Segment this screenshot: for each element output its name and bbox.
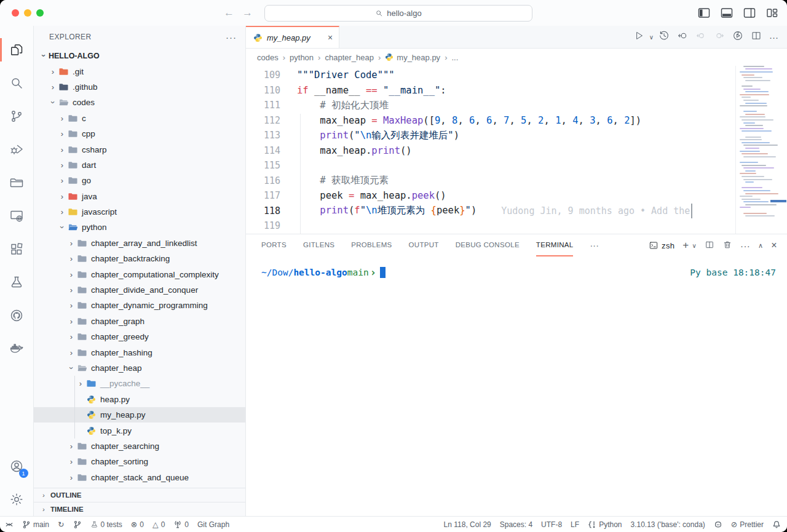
explorer-actions-icon[interactable]: ··· <box>226 32 237 42</box>
tree-item-go[interactable]: ›go <box>34 173 245 188</box>
tree-item-chapter-greedy[interactable]: ›chapter_greedy <box>34 329 245 344</box>
panel-tab-output[interactable]: OUTPUT <box>409 234 439 256</box>
next-change-icon[interactable] <box>714 30 725 44</box>
status-sync-icon[interactable]: ↻ <box>58 520 64 529</box>
tree-item-c[interactable]: ›c <box>34 111 245 126</box>
command-center-search[interactable]: hello-algo <box>264 5 532 22</box>
tree-item-chapter-array-and-linkedlist[interactable]: ›chapter_array_and_linkedlist <box>34 236 245 251</box>
activity-remote-explorer-icon[interactable] <box>0 199 34 232</box>
tree-item-java[interactable]: ›java <box>34 189 245 204</box>
breadcrumb-item[interactable]: chapter_heap <box>325 53 374 62</box>
new-terminal-icon[interactable]: + <box>682 239 689 252</box>
chevron-down-icon[interactable]: ∨ <box>649 34 654 41</box>
tree-item-python[interactable]: ›python <box>34 220 245 235</box>
tree-item-codes[interactable]: ›codes <box>34 95 245 110</box>
panel-tab-terminal[interactable]: TERMINAL <box>536 234 574 256</box>
panel-tab-gitlens[interactable]: GITLENS <box>303 234 334 256</box>
status-utf-8[interactable]: UTF-8 <box>541 520 562 529</box>
tree-item-chapter-stack-and-queue[interactable]: ›chapter_stack_and_queue <box>34 470 245 485</box>
status-ln-118-col-29[interactable]: Ln 118, Col 29 <box>444 520 491 529</box>
tree-item-chapter-sorting[interactable]: ›chapter_sorting <box>34 454 245 469</box>
layout-customize-icon[interactable] <box>766 7 778 18</box>
tree-item-chapter-divide-and-conquer[interactable]: ›chapter_divide_and_conquer <box>34 282 245 298</box>
tree-item-javascript[interactable]: ›javascript <box>34 204 245 220</box>
zoom-window-button[interactable] <box>36 9 44 17</box>
tree-item--git[interactable]: ›.git <box>34 63 245 79</box>
status-git-graph-branch-icon[interactable] <box>73 520 82 529</box>
activity-explorer-icon[interactable] <box>0 33 34 66</box>
tree-item-chapter-computational-complexity[interactable]: ›chapter_computational_complexity <box>34 266 245 282</box>
status-spaces-4[interactable]: Spaces: 4 <box>500 520 532 529</box>
close-panel-icon[interactable]: × <box>771 240 777 251</box>
status-3-10-13-base-conda-[interactable]: 3.10.13 ('base': conda) <box>630 520 705 529</box>
status-0[interactable]: △0 <box>152 520 165 529</box>
run-interactive-icon[interactable] <box>732 30 743 44</box>
status-bell-icon[interactable] <box>772 520 781 529</box>
panel-tab-ports[interactable]: PORTS <box>261 234 287 256</box>
tree-item-hello-algo[interactable]: ›HELLO-ALGO <box>34 48 245 63</box>
navigate-forward-icon[interactable]: → <box>242 7 253 19</box>
status-lf[interactable]: LF <box>571 520 579 529</box>
status-0[interactable]: 0 <box>173 520 189 529</box>
activity-settings-gear-icon[interactable] <box>0 483 34 516</box>
tree-item-chapter-graph[interactable]: ›chapter_graph <box>34 314 245 329</box>
minimize-window-button[interactable] <box>24 9 31 17</box>
status-0[interactable]: ⊗0 <box>131 520 144 529</box>
activity-run-debug-icon[interactable] <box>0 133 34 166</box>
layout-panel-icon[interactable] <box>721 7 733 18</box>
activity-extensions-icon[interactable] <box>0 232 34 266</box>
open-changes-icon[interactable] <box>677 30 688 44</box>
tree-item--pycache-[interactable]: ›__pycache__ <box>34 376 245 391</box>
status-remote-icon[interactable] <box>5 520 14 529</box>
activity-github-icon[interactable] <box>0 299 34 332</box>
status-git-graph[interactable]: Git Graph <box>197 520 229 529</box>
activity-source-control-icon[interactable] <box>0 100 34 133</box>
code-editor[interactable]: 109"""Driver Code"""110if __name__ == "_… <box>246 66 787 234</box>
terminal[interactable]: ~/Dow/hello-algo main › Py base 18:18:47 <box>246 256 787 516</box>
tree-item-chapter-hashing[interactable]: ›chapter_hashing <box>34 344 245 360</box>
terminal-dropdown-icon[interactable]: ∨ <box>692 242 697 249</box>
tree-item-csharp[interactable]: ›csharp <box>34 141 245 157</box>
terminal-instance-zsh[interactable]: zsh <box>649 240 674 250</box>
status-0-tests[interactable]: 0 tests <box>90 520 122 529</box>
layout-sidebar-right-icon[interactable] <box>743 7 756 18</box>
tree-item--github[interactable]: ›.github <box>34 79 245 95</box>
panel-tab-debug-console[interactable]: DEBUG CONSOLE <box>456 234 520 256</box>
status-main[interactable]: main <box>22 520 49 529</box>
panel-tabs-overflow-icon[interactable]: ··· <box>590 240 599 250</box>
breadcrumb-item[interactable]: my_heap.py <box>385 53 440 62</box>
split-editor-icon[interactable] <box>751 30 762 44</box>
close-tab-icon[interactable]: × <box>328 33 333 42</box>
activity-search-icon[interactable] <box>0 66 34 100</box>
run-python-icon[interactable] <box>634 30 644 44</box>
tree-item-heap-py[interactable]: heap.py <box>34 392 245 407</box>
tree-item-chapter-searching[interactable]: ›chapter_searching <box>34 439 245 454</box>
status-copilot-icon[interactable] <box>714 520 722 529</box>
layout-sidebar-left-icon[interactable] <box>698 7 710 18</box>
status-python[interactable]: Python <box>588 520 622 529</box>
breadcrumb-item[interactable]: ... <box>451 53 458 62</box>
tree-item-top-k-py[interactable]: top_k.py <box>34 423 245 438</box>
section-timeline[interactable]: ›TIMELINE <box>34 502 245 516</box>
section-outline[interactable]: ›OUTLINE <box>34 488 245 502</box>
minimap[interactable] <box>735 66 787 234</box>
tree-item-my-heap-py[interactable]: my_heap.py <box>34 407 245 423</box>
more-actions-icon[interactable]: ··· <box>769 32 778 42</box>
activity-docker-icon[interactable] <box>0 332 34 365</box>
tree-item-cpp[interactable]: ›cpp <box>34 126 245 141</box>
activity-account-icon[interactable]: 1 <box>0 450 34 483</box>
close-window-button[interactable] <box>12 9 19 17</box>
maximize-panel-icon[interactable]: ∧ <box>758 242 763 250</box>
split-terminal-icon[interactable] <box>705 240 714 252</box>
tree-item-dart[interactable]: ›dart <box>34 157 245 173</box>
breadcrumb-item[interactable]: python <box>290 53 314 62</box>
navigate-back-icon[interactable]: ← <box>224 7 234 19</box>
tree-item-chapter-backtracking[interactable]: ›chapter_backtracking <box>34 251 245 266</box>
activity-project-manager-icon[interactable] <box>0 166 34 199</box>
history-icon[interactable] <box>658 30 670 44</box>
kill-terminal-icon[interactable] <box>722 240 732 252</box>
panel-more-icon[interactable]: ··· <box>740 240 750 251</box>
activity-testing-icon[interactable] <box>0 266 34 299</box>
tree-item-chapter-dynamic-programming[interactable]: ›chapter_dynamic_programming <box>34 298 245 313</box>
tab-my-heap-py[interactable]: my_heap.py × <box>246 26 339 48</box>
